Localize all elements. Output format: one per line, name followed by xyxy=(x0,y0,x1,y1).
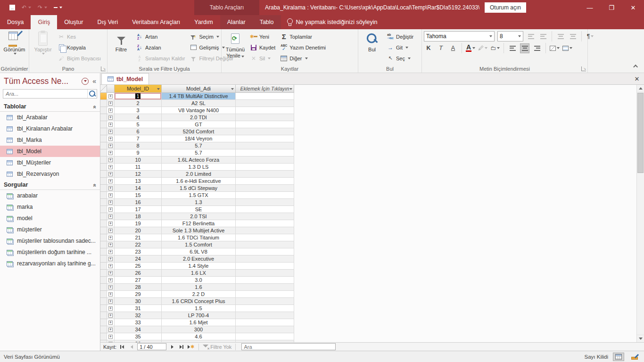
delete-record-button[interactable]: ✕Sil xyxy=(248,53,277,64)
cell-model-id[interactable]: 19 xyxy=(115,220,162,227)
cell-model-adi[interactable]: 2.0 Executive xyxy=(162,255,236,263)
cell-model-adi[interactable]: 1.4 Style xyxy=(162,263,236,270)
cell-add-new[interactable] xyxy=(236,149,294,156)
filter-button[interactable]: Filtre xyxy=(109,31,133,65)
column-header-model-adi[interactable]: Model_Adi xyxy=(162,85,236,93)
shutter-bar-close-button[interactable]: « xyxy=(92,77,96,85)
totals-button[interactable]: ΣToplamlar xyxy=(278,31,328,42)
cell-add-new[interactable] xyxy=(236,234,294,241)
cell-add-new[interactable] xyxy=(236,100,294,107)
cell-model-id[interactable]: 17 xyxy=(115,206,162,213)
cell-add-new[interactable] xyxy=(236,121,294,128)
save-button[interactable] xyxy=(9,5,15,10)
cell-model-id[interactable]: 28 xyxy=(115,284,162,291)
cell-model-adi[interactable]: 1.5 xyxy=(162,305,236,312)
scroll-up-button[interactable] xyxy=(637,85,644,92)
row-selector[interactable] xyxy=(100,291,107,298)
cell-model-id[interactable]: 9 xyxy=(115,149,162,156)
expand-plus-icon[interactable]: + xyxy=(108,292,113,296)
cell-add-new[interactable] xyxy=(236,213,294,220)
sidebar-item-tbl-kiralanan-arabalar[interactable]: tbl_Kiralanan Arabalar xyxy=(0,123,100,134)
gridlines-button[interactable] xyxy=(550,43,560,53)
cell-model-id[interactable]: 33 xyxy=(115,319,162,326)
text-formatting-dialog-launcher[interactable]: ↘ xyxy=(581,66,586,71)
expand-plus-icon[interactable]: + xyxy=(108,193,113,197)
row-selector[interactable] xyxy=(100,298,107,305)
cell-model-adi[interactable]: 4.6 xyxy=(162,333,236,340)
cell-add-new[interactable] xyxy=(236,142,294,149)
sidebar-item-tbl-marka[interactable]: tbl_Marka xyxy=(0,134,100,146)
cell-model-adi[interactable]: 300 xyxy=(162,326,236,333)
cell-model-adi[interactable]: F12 Berlinetta xyxy=(162,220,236,227)
alternate-row-color-button[interactable] xyxy=(562,43,572,53)
expand-plus-icon[interactable]: + xyxy=(108,306,113,311)
cell-add-new[interactable] xyxy=(236,220,294,227)
expand-plus-icon[interactable]: + xyxy=(108,207,113,212)
cell-model-adi[interactable]: 3.0 xyxy=(162,277,236,284)
cell-model-adi[interactable]: 18/4 Veyron xyxy=(162,135,236,142)
cell-model-adi[interactable]: 5.7 xyxy=(162,142,236,149)
expand-plus-icon[interactable]: + xyxy=(108,158,113,162)
cell-add-new[interactable] xyxy=(236,164,294,171)
cell-add-new[interactable] xyxy=(236,326,294,333)
select-button[interactable]: ↖Seç xyxy=(385,53,415,64)
expand-plus-icon[interactable]: + xyxy=(108,123,113,127)
row-selector[interactable] xyxy=(100,255,107,263)
bullet-list-button[interactable] xyxy=(526,32,536,41)
expand-plus-icon[interactable]: + xyxy=(108,144,113,148)
row-selector[interactable] xyxy=(100,220,107,227)
cell-model-id[interactable]: 20 xyxy=(115,227,162,234)
row-selector[interactable] xyxy=(100,185,107,192)
doc-tab-tbl-model[interactable]: tbl_Model xyxy=(101,73,149,84)
cell-model-id[interactable]: 24 xyxy=(115,255,162,263)
align-right-button[interactable] xyxy=(532,43,542,53)
sidebar-item-tbl-arabalar[interactable]: tbl_Arabalar xyxy=(0,112,100,123)
sidebar-item-arabalar[interactable]: arabalar xyxy=(0,190,100,201)
tab-giris[interactable]: Giriş xyxy=(31,15,57,29)
cell-add-new[interactable] xyxy=(236,255,294,263)
row-selector[interactable] xyxy=(100,178,107,185)
row-selector[interactable] xyxy=(100,213,107,220)
cell-model-adi[interactable]: 2.0 TDI xyxy=(162,114,236,121)
tab-veritabani-araclari[interactable]: Veritabanı Araçları xyxy=(125,15,187,29)
italic-button[interactable]: T xyxy=(436,43,446,53)
sidebar-item-marka[interactable]: marka xyxy=(0,201,100,213)
cell-model-id[interactable]: 31 xyxy=(115,305,162,312)
row-selector[interactable] xyxy=(100,284,107,291)
expand-plus-icon[interactable]: + xyxy=(108,229,113,233)
cell-add-new[interactable] xyxy=(236,107,294,114)
view-button[interactable]: Görünüm xyxy=(2,31,27,65)
format-painter-button[interactable]: 🖌Biçim Boyacısı xyxy=(56,53,103,64)
cell-model-adi[interactable]: 1.3 D LS xyxy=(162,164,236,171)
row-selector[interactable] xyxy=(100,93,107,100)
record-search-input[interactable] xyxy=(242,344,335,350)
datasheet-view-button[interactable] xyxy=(613,353,624,361)
nav-search-button[interactable] xyxy=(87,90,97,98)
sidebar-item-tbl-rezervasyon[interactable]: tbl_Rezervasyon xyxy=(0,168,100,180)
row-selector[interactable] xyxy=(100,171,107,178)
expand-plus-icon[interactable]: + xyxy=(108,321,113,325)
row-selector[interactable] xyxy=(100,142,107,149)
row-selector[interactable] xyxy=(100,206,107,213)
sidebar-item-model[interactable]: model xyxy=(0,213,100,224)
minimize-button[interactable]: — xyxy=(579,0,601,15)
row-selector[interactable] xyxy=(100,192,107,199)
expand-plus-icon[interactable]: + xyxy=(108,151,113,155)
sidebar-item-m-teriler[interactable]: müşteriler xyxy=(0,224,100,235)
cell-model-id[interactable]: 30 xyxy=(115,298,162,305)
cell-model-id[interactable]: 1 xyxy=(115,93,162,100)
next-record-button[interactable] xyxy=(168,344,176,350)
cell-model-id[interactable]: 7 xyxy=(115,135,162,142)
sort-descending-button[interactable]: ZA↓Azalan xyxy=(134,42,187,53)
cell-add-new[interactable] xyxy=(236,135,294,142)
copy-button[interactable]: Kopyala xyxy=(56,42,103,53)
refresh-all-button[interactable]: TümünüYenile xyxy=(223,31,247,65)
font-color-button[interactable]: A xyxy=(466,43,475,53)
scroll-down-button[interactable] xyxy=(637,335,644,342)
expand-plus-icon[interactable]: + xyxy=(108,179,113,183)
cell-model-id[interactable]: 4 xyxy=(115,114,162,121)
tab-yardim[interactable]: Yardım xyxy=(187,15,220,29)
cell-model-id[interactable]: 8 xyxy=(115,142,162,149)
row-selector[interactable] xyxy=(100,149,107,156)
expand-plus-icon[interactable]: + xyxy=(108,137,113,141)
